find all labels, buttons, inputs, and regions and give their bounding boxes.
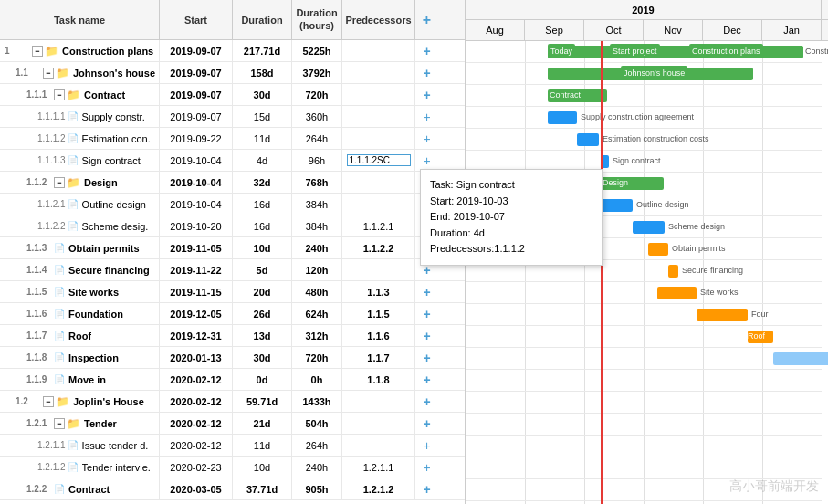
expand-icon[interactable]: − (54, 418, 65, 429)
task-name: Construction plans (62, 46, 153, 57)
add-cell: + (415, 84, 438, 105)
add-cell: + (415, 106, 438, 127)
tooltip-start: Start: 2019-10-03 (430, 194, 592, 210)
pred-cell: 1.1.3 (342, 281, 415, 302)
table-row: 1.1.5 📄 Site works 2019-11-15 20d 480h 1… (0, 281, 465, 303)
gantt-bar[interactable] (657, 287, 697, 299)
add-button[interactable]: + (423, 285, 430, 299)
pred-input[interactable] (347, 154, 411, 166)
file-icon: 📄 (54, 352, 65, 362)
row-num: 1.2 (16, 396, 41, 406)
add-button[interactable]: + (423, 460, 430, 475)
add-button[interactable]: + (423, 88, 430, 102)
pred-cell (342, 259, 415, 280)
gantt-bar[interactable] (577, 133, 599, 146)
duration-cell: 10d (233, 457, 292, 478)
folder-icon: 📁 (67, 89, 80, 101)
hours-cell: 0h (292, 369, 342, 390)
start-cell: 2020-03-05 (160, 478, 233, 499)
table-row: 1.1.7 📄 Roof 2019-12-31 13d 312h 1.1.6 + (0, 325, 465, 347)
month-aug: Aug (466, 20, 525, 40)
gantt-bar[interactable] (548, 111, 577, 124)
task-cell: 1.1.3 📄 Obtain permits (0, 237, 160, 258)
gantt-rows: Construction plansTodayStart projectCons… (466, 41, 828, 501)
table-row: 1.1 − 📁 Johnson's house 2019-09-07 158d … (0, 62, 465, 84)
pred-cell (342, 435, 415, 456)
duration-cell: 37.71d (233, 478, 292, 499)
add-column-icon[interactable]: + (423, 12, 431, 28)
task-cell: 1 − 📁 Construction plans (0, 40, 160, 61)
gantt-bar[interactable] (601, 199, 633, 212)
table-row: 1.1.2 − 📁 Design 2019-10-04 32d 768h + (0, 172, 465, 194)
add-button[interactable]: + (423, 329, 430, 343)
task-name: Move in (68, 374, 106, 385)
task-cell: 1.1.6 📄 Foundation (0, 303, 160, 324)
gantt-bar[interactable] (548, 46, 803, 58)
gantt-bar[interactable] (668, 265, 678, 278)
expand-icon[interactable]: − (43, 68, 54, 79)
start-cell: 2019-11-22 (160, 259, 233, 280)
tooltip-title: Task: Sign contract (430, 177, 592, 194)
task-cell: 1.1.2.2 📄 Scheme desig. (0, 215, 160, 236)
row-num: 1.2.1.1 (37, 440, 66, 450)
row-num: 1.1.3 (26, 243, 52, 253)
add-button[interactable]: + (423, 394, 430, 409)
add-button[interactable]: + (423, 373, 430, 387)
month-jan: Jan (762, 20, 822, 40)
file-icon: 📄 (68, 155, 79, 165)
task-name: Estimation con. (82, 133, 151, 144)
add-button[interactable]: + (423, 307, 430, 321)
gantt-row (466, 414, 822, 436)
table-row: 1.1.6 📄 Foundation 2019-12-05 26d 624h 1… (0, 303, 465, 325)
duration-cell: 32d (233, 172, 292, 193)
row-num: 1 (5, 46, 30, 56)
task-indent: 1.1.5 📄 Site works (3, 287, 119, 298)
col-header-pred: Predecessors (342, 0, 415, 39)
task-cell: 1.1.8 📄 Inspection (0, 347, 160, 368)
expand-icon[interactable]: − (54, 89, 65, 100)
add-button[interactable]: + (423, 110, 430, 124)
col-header-task: Task name (0, 0, 160, 39)
expand-icon[interactable]: − (43, 396, 54, 407)
task-cell: 1.2 − 📁 Joplin's House (0, 391, 160, 412)
col-header-start: Start (160, 0, 233, 39)
add-button[interactable]: + (423, 351, 430, 365)
start-cell: 2019-11-05 (160, 237, 233, 258)
month-dec: Dec (703, 20, 762, 40)
hours-cell: 720h (292, 84, 342, 105)
file-icon: 📄 (54, 243, 65, 253)
add-button[interactable]: + (423, 44, 430, 58)
gantt-bar[interactable] (633, 221, 665, 234)
expand-icon[interactable]: − (54, 177, 65, 188)
task-indent: 1 − 📁 Construction plans (3, 45, 153, 58)
add-button[interactable]: + (423, 416, 430, 431)
duration-cell: 20d (233, 281, 292, 302)
table-body: 1 − 📁 Construction plans 2019-09-07 217.… (0, 40, 465, 504)
add-button[interactable]: + (423, 66, 430, 80)
row-num: 1.1.5 (26, 287, 52, 297)
gantt-bar[interactable] (773, 352, 828, 365)
add-button[interactable]: + (423, 153, 430, 168)
expand-icon[interactable]: − (32, 46, 43, 57)
task-indent: 1.1.3 📄 Obtain permits (3, 243, 140, 254)
duration-cell: 21d (233, 413, 292, 434)
folder-icon: 📁 (56, 395, 69, 408)
add-button[interactable]: + (423, 482, 430, 497)
task-indent: 1.1.7 📄 Roof (3, 331, 91, 341)
pred-cell (342, 172, 415, 193)
folder-icon: 📁 (56, 67, 69, 79)
add-cell: + (415, 62, 438, 83)
start-cell: 2020-02-12 (160, 435, 233, 456)
add-button[interactable]: + (423, 131, 430, 146)
task-cell: 1.1 − 📁 Johnson's house (0, 62, 160, 83)
add-button[interactable]: + (423, 438, 430, 453)
gantt-bar[interactable] (697, 309, 748, 321)
duration-cell: 5d (233, 259, 292, 280)
gantt-row: Four (466, 304, 822, 326)
folder-icon: 📁 (67, 176, 80, 189)
file-icon: 📄 (54, 331, 65, 341)
task-indent: 1.1.1.3 📄 Sign contract (3, 155, 141, 166)
col-header-duration: Duration (233, 0, 292, 39)
gantt-bar[interactable] (648, 243, 668, 256)
gantt-header: 2019 Aug Sep Oct Nov Dec Jan (466, 0, 828, 41)
